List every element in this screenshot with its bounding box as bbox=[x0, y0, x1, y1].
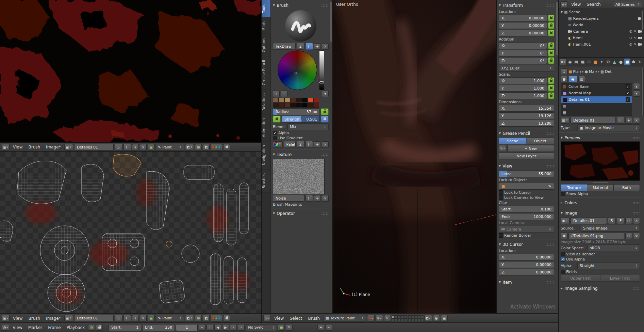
new-texture-button[interactable]: + bbox=[625, 117, 632, 124]
rotation-mode-select[interactable]: XYZ Euler↕ bbox=[499, 65, 554, 72]
palette-swatch[interactable] bbox=[290, 103, 296, 108]
lock-camera-checkbox[interactable] bbox=[499, 195, 503, 200]
scale-y-field[interactable]: Y:1.000 bbox=[499, 85, 547, 92]
texture-slot-row-empty[interactable]: ▦ bbox=[561, 103, 632, 109]
uv-grid-button[interactable]: ⊞ bbox=[195, 144, 202, 151]
lock-location-y-button[interactable] bbox=[548, 22, 554, 29]
image-name-field[interactable]: Detalles 01 bbox=[74, 144, 114, 151]
transform-panel-header[interactable]: ▼Transform bbox=[499, 2, 554, 9]
image-panel-header[interactable]: ▼Image bbox=[561, 209, 640, 217]
color-wheel[interactable] bbox=[278, 50, 317, 90]
palette-users-button[interactable]: 2 bbox=[297, 141, 304, 148]
lock-alpha-button[interactable] bbox=[223, 315, 230, 321]
image-browse-button[interactable]: ▣↕ bbox=[64, 315, 73, 321]
colors-panel-header[interactable]: ►Colors bbox=[561, 199, 640, 206]
palette-fake-user-button[interactable]: F bbox=[306, 141, 313, 148]
breadcrumb-object[interactable]: ■Pla▾ bbox=[568, 69, 581, 74]
menu-view[interactable]: View bbox=[569, 1, 583, 7]
editor-type-button[interactable]: ⊞▾ bbox=[263, 315, 271, 321]
palette-swatch[interactable] bbox=[273, 98, 279, 102]
dimensions-z-field[interactable]: Z:13.288 bbox=[499, 120, 554, 127]
keying-set-button[interactable]: ✎ bbox=[286, 324, 293, 331]
remove-palette-color-button[interactable]: − bbox=[281, 91, 287, 97]
editor-type-button[interactable]: ◔▾ bbox=[2, 324, 9, 331]
rotation-z-field[interactable]: Z:0° bbox=[499, 57, 547, 64]
render-toggle-icon[interactable] bbox=[638, 37, 642, 39]
lock-rotation-y-button[interactable] bbox=[548, 50, 554, 57]
panel-grip[interactable] bbox=[321, 212, 329, 215]
viewport-3d[interactable]: User Ortho (1) Plane bbox=[333, 0, 497, 314]
add-brush-button[interactable]: + bbox=[314, 43, 321, 50]
pack-file-button[interactable]: ⊟ bbox=[625, 233, 632, 239]
gp-scene-button[interactable]: Scene bbox=[499, 138, 527, 144]
lock-location-z-button[interactable] bbox=[548, 30, 554, 36]
editor-mode-select[interactable]: ✎Paint↕ bbox=[155, 144, 184, 151]
palette-swatch[interactable] bbox=[296, 103, 302, 108]
local-camera-field[interactable]: Camera× bbox=[499, 226, 554, 233]
preview-range-button[interactable]: ◔ bbox=[88, 324, 95, 331]
operator-panel-header[interactable]: ▼Operator bbox=[273, 210, 329, 217]
properties-scrollbar[interactable] bbox=[641, 68, 644, 115]
texture-preview[interactable] bbox=[273, 159, 325, 194]
texture-panel-header[interactable]: ▼Texture bbox=[273, 151, 329, 158]
outliner-row-world[interactable]: ⊕World bbox=[559, 22, 644, 28]
delete-keyframe-button[interactable]: ✂ bbox=[325, 324, 332, 331]
tab-render[interactable]: ◉ bbox=[567, 59, 573, 65]
paint-canvas[interactable] bbox=[0, 0, 262, 143]
image-name-field[interactable]: Detalles 01 bbox=[571, 217, 607, 224]
palette-swatch[interactable] bbox=[302, 103, 308, 108]
filepath-field[interactable]: //Detalles 01.png bbox=[568, 232, 624, 239]
gp-new-button[interactable]: +New bbox=[507, 145, 554, 152]
slot-move-down-button[interactable]: ▾ bbox=[633, 90, 640, 97]
color-wheel-cursor[interactable] bbox=[294, 72, 297, 75]
lock-location-x-button[interactable] bbox=[548, 15, 554, 21]
panel-grip[interactable] bbox=[547, 281, 554, 284]
tab-world[interactable]: ⊕ bbox=[586, 59, 592, 65]
viewport-shading-button[interactable]: ▾ bbox=[367, 315, 375, 321]
select-toggle-icon[interactable]: ↖ bbox=[634, 29, 637, 34]
tool-shelf-scrollbar[interactable] bbox=[330, 1, 332, 42]
strength-slider[interactable]: Strength:0.501 bbox=[282, 116, 320, 123]
tab-navigation[interactable]: Navigation bbox=[262, 141, 270, 169]
tab-material[interactable]: ● bbox=[618, 59, 624, 65]
opengl-render-anim-button[interactable]: ▣ bbox=[441, 315, 448, 321]
location-y-field[interactable]: Y:0.00000 bbox=[499, 22, 547, 29]
insert-keyframe-button[interactable]: ✦ bbox=[317, 324, 324, 331]
panel-grip[interactable] bbox=[632, 212, 640, 215]
tab-constraints[interactable]: ✦ bbox=[599, 59, 605, 65]
tab-physics[interactable]: ↻ bbox=[637, 59, 643, 65]
select-toggle-icon[interactable]: ↖ bbox=[634, 36, 637, 40]
scale-z-field[interactable]: Z:1.000 bbox=[499, 92, 547, 99]
mode-select[interactable]: ▦Texture Paint↕ bbox=[323, 315, 366, 322]
lock-scale-z-button[interactable] bbox=[548, 92, 554, 99]
fake-user-button[interactable]: F bbox=[123, 144, 131, 151]
tab-scene[interactable]: ▦ bbox=[580, 59, 586, 65]
cursor-y-field[interactable]: Y:0.00000 bbox=[499, 261, 554, 268]
outliner-row-scene[interactable]: ▼▦Scene bbox=[559, 9, 644, 15]
palette-swatch[interactable] bbox=[279, 98, 284, 102]
pin-image-button[interactable]: ▣ bbox=[148, 315, 154, 321]
menu-search[interactable]: Search bbox=[584, 1, 603, 7]
hide-toggle-icon[interactable]: ⊙ bbox=[629, 29, 632, 34]
brush-name-field[interactable]: TexDraw bbox=[273, 43, 296, 50]
tab-object-data[interactable]: ▲ bbox=[611, 59, 617, 65]
texture-context-material-button[interactable]: ● bbox=[561, 76, 567, 82]
slot-enable-checkbox[interactable]: ✓ bbox=[626, 97, 630, 102]
preview-resize-handle[interactable] bbox=[593, 182, 608, 183]
image-sampling-panel-header[interactable]: ►Image Sampling bbox=[561, 285, 640, 292]
render-toggle-icon[interactable] bbox=[638, 43, 642, 46]
hide-toggle-icon[interactable]: ⊙ bbox=[629, 42, 632, 47]
menu-frame[interactable]: Frame bbox=[46, 325, 63, 331]
value-slider[interactable] bbox=[319, 50, 324, 90]
pin-image-button[interactable]: ▣ bbox=[148, 144, 154, 151]
menu-view[interactable]: View bbox=[272, 315, 286, 321]
clip-start-field[interactable]: Start:0.100 bbox=[499, 206, 554, 212]
reload-image-button[interactable]: ↻ bbox=[633, 233, 640, 239]
texture-type-select[interactable]: ▣Image or Movie↕ bbox=[577, 124, 640, 131]
panel-grip[interactable] bbox=[547, 243, 554, 246]
outliner-row-renderlayers[interactable]: ▤RenderLayers bbox=[559, 15, 644, 22]
sync-mode-select[interactable]: No Sync↕ bbox=[246, 324, 277, 331]
play-button[interactable]: ▶ bbox=[222, 324, 229, 331]
menu-playback[interactable]: Playback bbox=[64, 325, 87, 331]
cursor-x-field[interactable]: X:0.00000 bbox=[499, 254, 554, 260]
